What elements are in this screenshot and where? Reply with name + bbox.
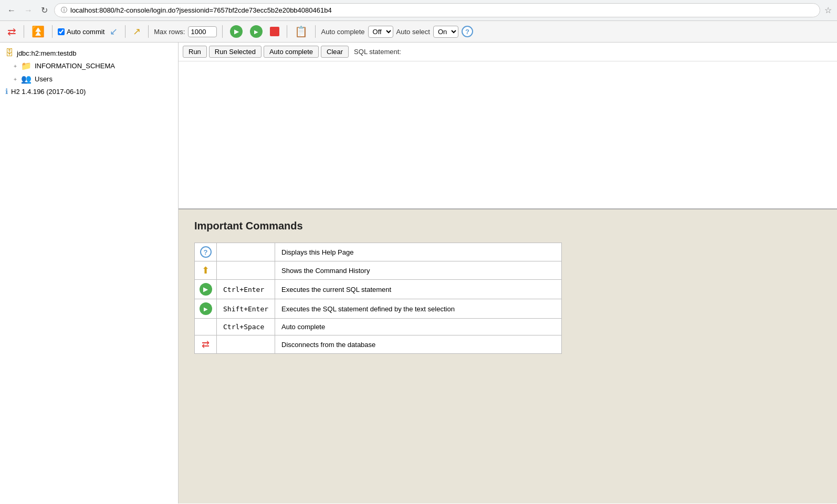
- play-selected-cmd-icon: ▶: [200, 302, 212, 315]
- autoselect-select[interactable]: On Off: [433, 26, 458, 38]
- run-selected-icon: ▶: [250, 25, 263, 38]
- history-btn-2[interactable]: 📋: [292, 24, 310, 39]
- sidebar: 🗄 jdbc:h2:mem:testdb ＋ 📁 INFORMATION_SCH…: [0, 43, 179, 503]
- cmd-shortcut: [217, 243, 275, 261]
- table-row: ⇄ Disconnects from the database: [195, 335, 562, 354]
- bookmark-button[interactable]: ☆: [824, 5, 832, 15]
- cmd-shortcut-4: Shift+Enter: [217, 299, 275, 319]
- cmd-icon-cell-play: ▶: [195, 280, 217, 299]
- sidebar-item-schema[interactable]: ＋ 📁 INFORMATION_SCHEMA: [2, 59, 176, 72]
- cmd-desc-4: Executes the SQL statement defined by th…: [275, 299, 562, 319]
- autocomplete-sql-button[interactable]: Auto complete: [264, 46, 319, 58]
- cmd-icon-cell-play2: ▶: [195, 299, 217, 319]
- run-selected-sql-button[interactable]: Run Selected: [209, 46, 261, 58]
- table-row: Ctrl+Space Auto complete: [195, 319, 562, 335]
- clear-sql-button[interactable]: Clear: [321, 46, 349, 58]
- unknown-btn-1[interactable]: ↙: [108, 25, 120, 38]
- cmd-desc-3: Executes the current SQL statement: [275, 280, 562, 299]
- back-button[interactable]: ←: [5, 5, 18, 16]
- url-input[interactable]: [70, 6, 813, 14]
- commands-table: ? Displays this Help Page ⬆ Shows the Co…: [194, 243, 562, 354]
- sidebar-users-label: Users: [35, 75, 53, 83]
- info-icon: ℹ: [5, 87, 8, 96]
- cmd-desc-2: Shows the Command History: [275, 261, 562, 280]
- separator-6: [287, 25, 287, 38]
- forward-button[interactable]: →: [22, 5, 35, 16]
- sql-toolbar: Run Run Selected Auto complete Clear SQL…: [179, 43, 837, 61]
- separator-4: [148, 25, 149, 38]
- autocomplete-label: Auto complete: [321, 28, 364, 36]
- separator-3: [125, 25, 125, 38]
- cmd-shortcut-6: [217, 335, 275, 354]
- cmd-desc-6: Disconnects from the database: [275, 335, 562, 354]
- cmd-shortcut-5: Ctrl+Space: [217, 319, 275, 335]
- browser-chrome: ← → ↻ ⓘ ☆: [0, 0, 837, 21]
- cmd-shortcut-2: [217, 261, 275, 280]
- content-area: Run Run Selected Auto complete Clear SQL…: [179, 43, 837, 503]
- folder-icon: 📁: [21, 61, 32, 71]
- refresh-button[interactable]: ↻: [39, 4, 50, 16]
- statement-label: SQL statement:: [354, 48, 401, 56]
- run-selected-button[interactable]: ▶: [248, 24, 265, 39]
- run-sql-button[interactable]: Run: [183, 46, 207, 58]
- users-icon: 👥: [21, 74, 32, 84]
- sql-textarea[interactable]: [179, 61, 837, 208]
- expand-icon: ＋: [13, 62, 18, 70]
- autoselect-label: Auto select: [396, 28, 430, 36]
- sidebar-schema-label: INFORMATION_SCHEMA: [35, 62, 115, 70]
- cmd-icon-cell: ?: [195, 243, 217, 261]
- autocommit-checkbox[interactable]: [58, 28, 65, 35]
- disconnect-cmd-icon: ⇄: [202, 339, 210, 350]
- lock-icon: ⓘ: [61, 6, 67, 15]
- help-title: Important Commands: [194, 220, 821, 232]
- sidebar-item-version: ℹ H2 1.4.196 (2017-06-10): [2, 86, 176, 97]
- expand-icon-users: ＋: [13, 76, 18, 83]
- separator-2: [52, 25, 53, 38]
- main-layout: 🗄 jdbc:h2:mem:testdb ＋ 📁 INFORMATION_SCH…: [0, 43, 837, 503]
- help-button[interactable]: ?: [462, 26, 473, 37]
- autocomplete-select[interactable]: Off On: [368, 26, 393, 38]
- cmd-desc: Displays this Help Page: [275, 243, 562, 261]
- maxrows-label: Max rows:: [154, 28, 185, 36]
- sidebar-version-label: H2 1.4.196 (2017-06-10): [11, 88, 86, 96]
- table-row: ▶ Ctrl+Enter Executes the current SQL st…: [195, 280, 562, 299]
- help-circle-icon: ?: [200, 246, 212, 258]
- database-icon: 🗄: [5, 48, 14, 58]
- autocommit-wrap: Auto commit: [58, 28, 104, 36]
- separator-7: [315, 25, 316, 38]
- cmd-shortcut-3: Ctrl+Enter: [217, 280, 275, 299]
- sidebar-item-db[interactable]: 🗄 jdbc:h2:mem:testdb: [2, 47, 176, 59]
- disconnect-button[interactable]: ⇄: [5, 24, 18, 39]
- history-button[interactable]: ⏫: [29, 24, 47, 39]
- cmd-icon-cell-empty: [195, 319, 217, 335]
- cmd-icon-cell-history: ⬆: [195, 261, 217, 280]
- autocommit-label: Auto commit: [67, 28, 104, 36]
- run-icon: ▶: [230, 25, 243, 38]
- play-cmd-icon: ▶: [200, 283, 212, 296]
- cmd-desc-5: Auto complete: [275, 319, 562, 335]
- table-row: ⬆ Shows the Command History: [195, 261, 562, 280]
- separator-5: [222, 25, 223, 38]
- cmd-icon-cell-disconnect: ⇄: [195, 335, 217, 354]
- separator-1: [24, 25, 24, 38]
- sql-panel: Run Run Selected Auto complete Clear SQL…: [179, 43, 837, 209]
- maxrows-input[interactable]: [188, 26, 217, 37]
- sidebar-item-users[interactable]: ＋ 👥 Users: [2, 72, 176, 86]
- address-bar: ⓘ: [54, 3, 820, 17]
- h2-toolbar: ⇄ ⏫ Auto commit ↙ ↗ Max rows: ▶ ▶ 📋 Auto…: [0, 21, 837, 43]
- unknown-btn-2[interactable]: ↗: [131, 25, 143, 38]
- table-row: ? Displays this Help Page: [195, 243, 562, 261]
- sidebar-db-label: jdbc:h2:mem:testdb: [17, 49, 76, 57]
- run-button[interactable]: ▶: [228, 24, 245, 39]
- stop-button[interactable]: [268, 26, 281, 37]
- table-row: ▶ Shift+Enter Executes the SQL statement…: [195, 299, 562, 319]
- results-panel: Important Commands ? Displays this Help …: [179, 209, 837, 503]
- history-cmd-icon: ⬆: [202, 265, 210, 276]
